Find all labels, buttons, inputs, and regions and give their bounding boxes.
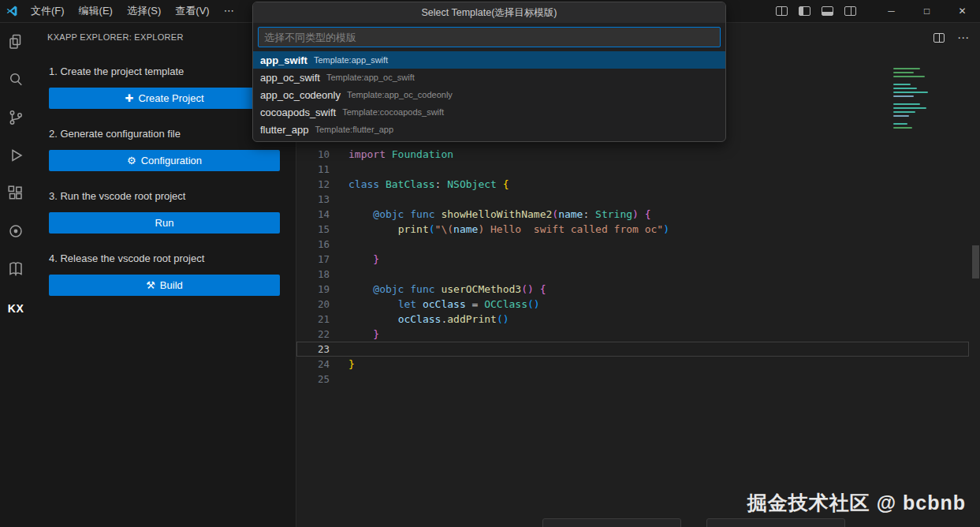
template-option-detail: Template:flutter_app xyxy=(315,125,393,134)
create-project-button[interactable]: ✚ Create Project xyxy=(49,88,280,109)
line-number: 22 xyxy=(296,327,348,342)
source-control-icon[interactable] xyxy=(0,99,32,136)
vscode-logo-icon xyxy=(0,5,24,17)
template-option-detail: Template:app_oc_codeonly xyxy=(347,90,453,99)
code-line-16[interactable]: 16 xyxy=(296,237,969,252)
line-number: 24 xyxy=(296,357,348,372)
section-create-template: 1. Create the project template ✚ Create … xyxy=(49,65,280,109)
template-option-app-swift[interactable]: app_swift Template:app_swift xyxy=(253,51,725,69)
bottom-bar-fragment-right[interactable] xyxy=(706,518,845,527)
close-button[interactable]: ✕ xyxy=(945,0,980,22)
section-label: 1. Create the project template xyxy=(49,65,280,77)
template-list: app_swift Template:app_swift app_oc_swif… xyxy=(253,51,725,141)
customize-layout-icon[interactable] xyxy=(776,6,788,16)
code-text: } xyxy=(348,252,969,267)
template-option-app-oc-codeonly[interactable]: app_oc_codeonly Template:app_oc_codeonly xyxy=(253,86,725,103)
activity-bar: KX xyxy=(0,23,32,527)
code-text xyxy=(348,372,969,387)
editor-more-actions-icon[interactable]: ⋯ xyxy=(957,34,969,42)
run-and-debug-icon[interactable] xyxy=(0,136,32,174)
line-number: 18 xyxy=(296,267,348,282)
remote-target-icon[interactable] xyxy=(0,212,32,250)
section-label: 2. Generate configuration file xyxy=(49,128,280,140)
template-filter-input[interactable] xyxy=(258,27,721,47)
documentation-icon[interactable] xyxy=(0,250,32,288)
code-text: } xyxy=(348,327,969,342)
line-number: 15 xyxy=(296,222,348,237)
code-line-10[interactable]: 10import Foundation xyxy=(296,147,969,162)
select-template-dialog: Select Template(选择目标模版) app_swift Templa… xyxy=(252,2,726,142)
explorer-icon[interactable] xyxy=(0,23,32,61)
kx-extension-icon[interactable]: KX xyxy=(0,290,32,327)
code-text xyxy=(348,342,969,357)
line-number: 16 xyxy=(296,237,348,252)
line-number: 19 xyxy=(296,282,348,297)
template-option-cocoapods-swift[interactable]: cocoapods_swift Template:cocoapods_swift xyxy=(253,103,725,121)
toggle-secondary-sidebar-icon[interactable] xyxy=(844,6,856,16)
code-line-24[interactable]: 24} xyxy=(296,357,969,372)
code-line-18[interactable]: 18 xyxy=(296,267,969,282)
run-button[interactable]: Run xyxy=(49,212,280,234)
code-line-23[interactable]: 23 xyxy=(296,342,969,357)
toggle-primary-sidebar-icon[interactable] xyxy=(799,6,810,16)
code-line-12[interactable]: 12class BatClass: NSObject { xyxy=(296,177,969,192)
line-number: 17 xyxy=(296,252,348,267)
code-text: @objc func showHelloWithName2(name: Stri… xyxy=(348,207,969,222)
editor-scrollbar[interactable] xyxy=(972,245,979,278)
configuration-label: Configuration xyxy=(141,155,202,166)
template-option-app-oc-swift[interactable]: app_oc_swift Template:app_oc_swift xyxy=(253,69,725,86)
line-number: 12 xyxy=(296,177,348,192)
code-text xyxy=(348,267,969,282)
bottom-bar-fragment-left[interactable] xyxy=(542,518,681,527)
menu-file[interactable]: 文件(F) xyxy=(24,0,72,22)
section-run-project: 3. Run the vscode root project Run xyxy=(49,190,280,234)
code-line-20[interactable]: 20 let ocClass = OCClass() xyxy=(296,297,969,312)
code-text: ocClass.addPrint() xyxy=(348,312,969,327)
template-option-label: flutter_app xyxy=(260,124,308,136)
code-line-11[interactable]: 11 xyxy=(296,162,969,177)
minimize-button[interactable]: ─ xyxy=(874,0,909,22)
code-line-22[interactable]: 22 } xyxy=(296,327,969,342)
code-line-14[interactable]: 14 @objc func showHelloWithName2(name: S… xyxy=(296,207,969,222)
toggle-panel-icon[interactable] xyxy=(822,6,833,16)
menu-edit[interactable]: 编辑(E) xyxy=(72,0,120,22)
line-number: 23 xyxy=(296,342,348,357)
search-icon[interactable] xyxy=(0,61,32,99)
line-number: 13 xyxy=(296,192,348,207)
code-text xyxy=(348,237,969,252)
code-line-13[interactable]: 13 xyxy=(296,192,969,207)
extensions-icon[interactable] xyxy=(0,174,32,212)
template-option-label: cocoapods_swift xyxy=(260,107,336,118)
run-label: Run xyxy=(155,217,174,229)
code-line-25[interactable]: 25 xyxy=(296,372,969,387)
code-text xyxy=(348,192,969,207)
template-option-detail: Template:app_swift xyxy=(314,55,388,65)
code-text: import Foundation xyxy=(348,147,969,162)
code-line-17[interactable]: 17 } xyxy=(296,252,969,267)
template-option-label: app_oc_swift xyxy=(260,72,320,84)
line-number: 25 xyxy=(296,372,348,387)
wrench-icon: ⚒ xyxy=(146,280,155,290)
code-text xyxy=(348,162,969,177)
code-text: @objc func userOCMethod3() { xyxy=(348,282,969,297)
section-label: 3. Run the vscode root project xyxy=(49,190,280,202)
menu-overflow[interactable]: ⋯ xyxy=(217,0,241,22)
build-button[interactable]: ⚒ Build xyxy=(49,275,280,296)
maximize-button[interactable]: □ xyxy=(909,0,945,22)
watermark-text: 掘金技术社区 @ bcbnb xyxy=(747,490,966,516)
code-line-15[interactable]: 15 print("\(name) Hello swift called fro… xyxy=(296,222,969,237)
code-text: } xyxy=(348,357,969,372)
minimap[interactable] xyxy=(893,68,941,131)
configuration-button[interactable]: ⚙ Configuration xyxy=(49,150,280,171)
menu-selection[interactable]: 选择(S) xyxy=(120,0,168,22)
section-generate-config: 2. Generate configuration file ⚙ Configu… xyxy=(49,128,280,171)
template-option-flutter-app[interactable]: flutter_app Template:flutter_app xyxy=(253,121,725,138)
template-option-label: app_oc_codeonly xyxy=(260,89,341,101)
template-option-label: app_swift xyxy=(260,54,307,66)
menu-view[interactable]: 查看(V) xyxy=(168,0,216,22)
split-editor-icon[interactable] xyxy=(933,33,945,43)
section-release-project: 4. Release the vscode root project ⚒ Bui… xyxy=(49,252,280,296)
code-line-19[interactable]: 19 @objc func userOCMethod3() { xyxy=(296,282,969,297)
line-number: 11 xyxy=(296,162,348,177)
code-line-21[interactable]: 21 ocClass.addPrint() xyxy=(296,312,969,327)
